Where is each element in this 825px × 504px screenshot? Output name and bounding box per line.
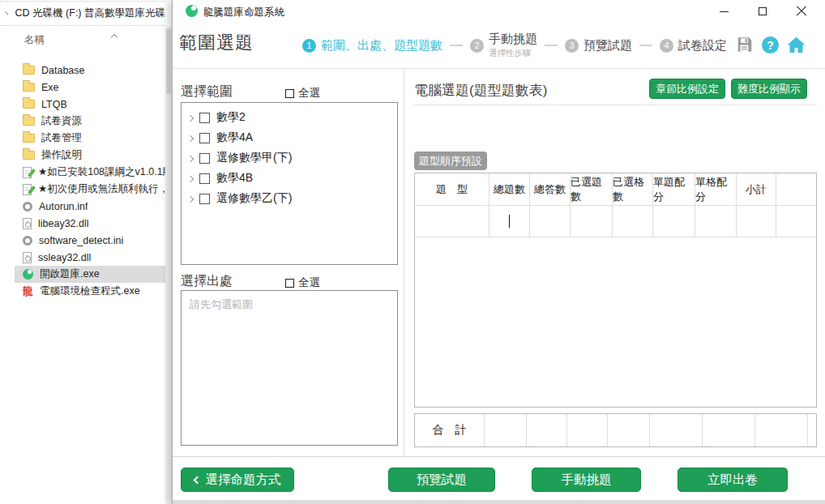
text-note-icon: [23, 167, 32, 178]
step-1[interactable]: 1 範圍、出處、題型題數: [302, 38, 442, 53]
text-note-icon: [23, 184, 32, 195]
step-1-number: 1: [302, 39, 316, 53]
text-caret: [509, 215, 511, 228]
explorer-scrollbar[interactable]: [165, 27, 172, 504]
step-3-number: 3: [565, 39, 579, 53]
expand-chevron-icon[interactable]: [187, 155, 194, 161]
file-row[interactable]: ★初次使用或無法順利執行，請: [15, 181, 165, 198]
minimize-icon: [720, 11, 729, 12]
expand-chevron-icon[interactable]: [187, 135, 194, 141]
difficulty-ratio-button[interactable]: 難度比例顯示: [731, 79, 807, 99]
dragon-logo-icon: 龍: [23, 286, 33, 297]
table-cell[interactable]: [737, 206, 776, 237]
file-row[interactable]: 龍 電腦環境檢查程式.exe: [15, 283, 165, 300]
checkbox[interactable]: [199, 133, 210, 143]
total-cell: [703, 414, 755, 446]
file-row[interactable]: software_detect.ini: [15, 232, 165, 249]
source-placeholder: 請先勾選範圍: [190, 297, 253, 312]
manual-pick-button[interactable]: 手動挑題: [532, 468, 641, 492]
file-row[interactable]: ssleay32.dll: [15, 249, 165, 266]
column-header: 總題數: [489, 173, 530, 205]
tree-item-label[interactable]: 選修數學甲(下): [216, 151, 292, 165]
table-cell[interactable]: [776, 206, 816, 237]
column-header: 單題配分: [653, 173, 695, 205]
file-row[interactable]: 操作說明: [15, 147, 165, 164]
window-titlebar[interactable]: 龍騰題庫命題系統: [173, 0, 825, 23]
generate-paper-button[interactable]: 立即出卷: [678, 468, 788, 492]
column-header: 已選格數: [613, 173, 653, 205]
total-cell: [650, 414, 703, 446]
checkbox[interactable]: [285, 279, 294, 288]
expand-chevron-icon[interactable]: [187, 175, 194, 182]
name-column-header[interactable]: 名稱: [24, 33, 154, 48]
total-cell: [755, 414, 808, 446]
preview-questions-button[interactable]: 預覽試題: [388, 468, 495, 492]
home-button[interactable]: [785, 34, 806, 55]
total-cell: [567, 414, 608, 446]
checkbox[interactable]: [199, 194, 210, 204]
step-3[interactable]: 3 預覽試題: [565, 38, 632, 53]
file-name: ★如已安裝108課綱之v1.0.1版題: [38, 165, 165, 179]
tree-item-label[interactable]: 數學4B: [216, 171, 253, 186]
file-row[interactable]: ★如已安裝108課綱之v1.0.1版題: [15, 164, 165, 181]
tree-item[interactable]: 數學4B: [188, 170, 253, 186]
checkbox[interactable]: [199, 113, 210, 123]
file-row[interactable]: 試卷管理: [15, 130, 165, 147]
file-row[interactable]: Autorun.inf: [15, 198, 165, 215]
file-row-selected[interactable]: 開啟題庫.exe: [15, 266, 165, 283]
sort-ascending-icon: [111, 34, 118, 41]
file-name: 操作說明: [41, 148, 82, 162]
table-cell[interactable]: [530, 206, 571, 237]
range-select-all[interactable]: 全選: [285, 86, 320, 100]
drive-tree-item[interactable]: CD 光碟機 (F:) 普高數學題庫光碟: [0, 3, 165, 23]
column-header: 單格配分: [695, 173, 737, 205]
close-button[interactable]: [787, 0, 816, 23]
column-header: 已選題數: [571, 173, 613, 205]
tree-item[interactable]: 選修數學甲(下): [188, 150, 292, 166]
tree-item-label[interactable]: 選修數學乙(下): [216, 191, 292, 206]
app-window: 龍騰題庫命題系統 範圍選題 1 範圍、出處、題型題數 2 手動挑題 選擇性步驟 …: [172, 0, 825, 504]
file-row[interactable]: libeay32.dll: [15, 215, 165, 232]
tree-item[interactable]: 數學4A: [188, 130, 253, 146]
checkbox[interactable]: [199, 153, 210, 164]
help-button[interactable]: ?: [762, 36, 779, 53]
tree-item-label[interactable]: 數學4A: [216, 130, 253, 145]
step-progress: 1 範圍、出處、題型題數 2 手動挑題 選擇性步驟 3 預覽試題 4 試卷設定: [302, 28, 727, 63]
source-select-all[interactable]: 全選: [285, 275, 320, 290]
tree-item[interactable]: 選修數學乙(下): [188, 190, 292, 207]
table-cell[interactable]: [613, 206, 653, 237]
scrollbar-thumb[interactable]: [166, 29, 171, 94]
column-header: 總答數: [530, 173, 571, 205]
table-cell[interactable]: [415, 206, 489, 237]
table-cell[interactable]: [571, 206, 613, 237]
file-row[interactable]: Exe: [15, 79, 165, 96]
table-cell-active-input[interactable]: [489, 206, 530, 237]
checkbox[interactable]: [199, 173, 210, 184]
minimize-button[interactable]: [709, 0, 738, 23]
page-title: 範圍選題: [179, 31, 254, 55]
save-button[interactable]: [735, 35, 754, 54]
back-to-method-button[interactable]: 選擇命題方式: [181, 468, 294, 492]
dll-file-icon: [23, 252, 32, 263]
maximize-button[interactable]: [748, 0, 777, 23]
floppy-disk-icon: [736, 36, 754, 53]
chapter-ratio-button[interactable]: 章節比例設定: [649, 79, 725, 99]
expand-chevron-icon[interactable]: [4, 11, 8, 15]
close-icon: [796, 6, 807, 17]
file-row[interactable]: Database: [15, 62, 165, 79]
tree-item-label[interactable]: 數學2: [216, 110, 246, 125]
file-name: software_detect.ini: [39, 235, 123, 246]
table-cell[interactable]: [653, 206, 695, 237]
file-row[interactable]: LTQB: [15, 96, 165, 113]
tree-item[interactable]: 數學2: [188, 109, 246, 126]
file-row[interactable]: 試卷資源: [15, 113, 165, 130]
table-cell[interactable]: [695, 206, 737, 237]
expand-chevron-icon[interactable]: [187, 195, 194, 202]
step-4[interactable]: 4 試卷設定: [660, 38, 727, 53]
expand-chevron-icon[interactable]: [187, 114, 194, 121]
type-order-badge[interactable]: 題型順序預設: [414, 152, 487, 170]
checkbox[interactable]: [285, 89, 294, 98]
folder-icon: [23, 66, 35, 75]
step-2-label: 手動挑題: [489, 32, 537, 47]
step-2[interactable]: 2 手動挑題 選擇性步驟: [470, 32, 537, 59]
